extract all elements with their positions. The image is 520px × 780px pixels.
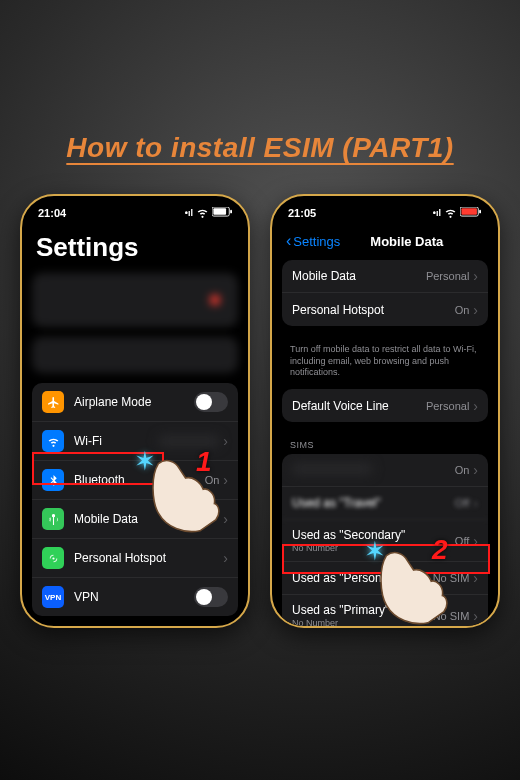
row-label: Personal Hotspot [74, 551, 223, 565]
row-value: On [455, 464, 470, 476]
row-label: Used as "Primary" No Number [292, 603, 433, 628]
row-vpn[interactable]: VPN VPN [32, 578, 238, 616]
row-value [159, 436, 219, 446]
chevron-icon: › [223, 511, 228, 527]
row-label: Airplane Mode [74, 395, 194, 409]
nav-header: ‹ Settings Mobile Data [272, 226, 498, 260]
airplane-icon [42, 391, 64, 413]
row-sim-personal[interactable]: Used as "Personal" No SIM › [282, 562, 488, 595]
hotspot-icon [42, 547, 64, 569]
row-label: Used as "Personal" [292, 571, 433, 585]
row-value: Off [455, 497, 469, 509]
chevron-icon: › [223, 433, 228, 449]
settings-group-network: Airplane Mode Wi-Fi › Bluetooth [32, 383, 238, 616]
notch [85, 196, 185, 218]
row-airplane[interactable]: Airplane Mode [32, 383, 238, 422]
row-value: No SIM [433, 572, 470, 584]
row-label: Mobile Data [292, 269, 426, 283]
row-hotspot[interactable]: Personal Hotspot › [32, 539, 238, 578]
step1-number: 1 [196, 446, 212, 478]
settings-title: Settings [36, 232, 234, 263]
vpn-toggle[interactable] [194, 587, 228, 607]
row-mobile-data[interactable]: Mobile Data Personal › [282, 260, 488, 293]
row-label: VPN [74, 590, 194, 604]
help-text: Turn off mobile data to restrict all dat… [272, 340, 498, 389]
screen-title: Mobile Data [370, 234, 443, 249]
bluetooth-icon [42, 469, 64, 491]
chevron-left-icon: ‹ [286, 232, 291, 250]
row-hotspot[interactable]: Personal Hotspot On › [282, 293, 488, 326]
row-sim-secondary[interactable]: Used as "Secondary" No Number Off › [282, 520, 488, 562]
group-data: Mobile Data Personal › Personal Hotspot … [282, 260, 488, 326]
page-title: How to install ESIM (PART1) [0, 132, 520, 164]
profile-row-blurred[interactable] [32, 273, 238, 327]
chevron-icon: › [473, 398, 478, 414]
group-voice: Default Voice Line Personal › [282, 389, 488, 422]
airplane-toggle[interactable] [194, 392, 228, 412]
row-label: Wi-Fi [74, 434, 159, 448]
wifi-icon [42, 430, 64, 452]
row-value: Personal [426, 400, 469, 412]
chevron-icon: › [473, 462, 478, 478]
chevron-icon: › [223, 550, 228, 566]
svg-point-3 [52, 557, 54, 559]
chevron-icon: › [473, 533, 478, 549]
chevron-icon: › [473, 268, 478, 284]
back-button[interactable]: ‹ Settings [286, 232, 340, 250]
row-sim-travel[interactable]: Used as "Travel" Off › [282, 487, 488, 520]
group-sims: On › Used as "Travel" Off › Used as "Sec… [282, 454, 488, 628]
chevron-icon: › [223, 472, 228, 488]
row-voice-line[interactable]: Default Voice Line Personal › [282, 389, 488, 422]
row-sim-blurred-1[interactable]: On › [282, 454, 488, 487]
vpn-icon: VPN [42, 586, 64, 608]
row-value: On [455, 304, 470, 316]
notch [335, 196, 435, 218]
row-label: Personal Hotspot [292, 303, 455, 317]
back-label: Settings [293, 234, 340, 249]
row-sim-primary[interactable]: Used as "Primary" No Number No SIM › [282, 595, 488, 628]
row-value: No SIM [433, 610, 470, 622]
row-sublabel: No Number [292, 618, 433, 628]
chevron-icon: › [473, 570, 478, 586]
chevron-icon: › [473, 495, 478, 511]
row-label: Default Voice Line [292, 399, 426, 413]
antenna-icon [42, 508, 64, 530]
row-label: Bluetooth [74, 473, 205, 487]
row-label: Used as "Travel" [292, 496, 455, 510]
phone-left: 21:04 •ıl Settings [20, 194, 250, 628]
sims-section-label: SIMs [272, 436, 498, 454]
phones-container: 21:04 •ıl Settings [0, 194, 520, 628]
row-value: Off [455, 535, 469, 547]
phone-right: 21:05 •ıl ‹ Settings Mobile Data [270, 194, 500, 628]
step2-number: 2 [432, 534, 448, 566]
row-sublabel: No Number [292, 543, 455, 553]
row-mobile-data[interactable]: Mobile Data › [32, 500, 238, 539]
blurred-row[interactable] [32, 337, 238, 373]
row-value: Personal [426, 270, 469, 282]
row-label [292, 463, 455, 477]
row-label: Used as "Secondary" No Number [292, 528, 455, 553]
chevron-icon: › [473, 608, 478, 624]
chevron-icon: › [473, 302, 478, 318]
row-label: Mobile Data [74, 512, 223, 526]
settings-header: Settings [22, 226, 248, 273]
badge-dot [210, 295, 220, 305]
